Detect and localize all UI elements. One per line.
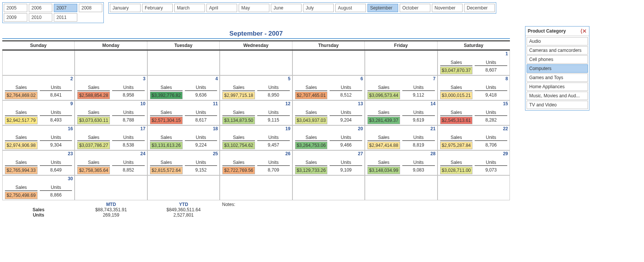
cell-units-label: Units [40,185,72,191]
cell-units-label: Units [185,85,217,91]
cell-sales-value: $3,037,786.27 [77,142,110,149]
day-number: 9 [70,101,73,106]
cell-sales-label: Sales [440,60,473,66]
cell-units-label: Units [40,110,72,116]
month-option-march[interactable]: March [174,4,205,12]
cell-units-label: Units [257,160,290,166]
day-number: 3 [143,76,145,81]
day-number: 8 [505,76,508,81]
ytd-header: YTD [147,202,220,207]
calendar-cell: 16SalesUnits$2,974,906.989,304 [2,125,75,150]
year-option-2009[interactable]: 2009 [4,13,27,22]
cell-units-value: 8,512 [330,92,362,99]
cell-sales-label: Sales [367,110,400,116]
day-number: 30 [68,176,73,181]
cell-units-label: Units [402,160,435,166]
weekday-header: Wednesday [220,41,292,50]
calendar-cell: 23SalesUnits$2,765,994.338,649 [2,150,75,175]
cell-units-value: 8,709 [257,167,290,174]
cell-units-value: 9,073 [475,167,507,174]
cell-units-value: 8,788 [112,117,145,124]
day-number: 17 [140,126,145,131]
cell-sales-value: $3,102,754.62 [222,142,255,149]
cell-units-label: Units [330,160,362,166]
calendar-cell [220,175,292,200]
cell-sales-label: Sales [295,85,328,91]
cell-units-label: Units [112,110,145,116]
calendar-cell: 18SalesUnits$3,131,613.269,224 [147,125,220,150]
cell-sales-value: $2,758,365.64 [77,167,110,174]
category-option[interactable]: Audio [527,37,588,45]
cell-units-value: 9,109 [330,167,362,174]
calendar-cell [2,50,75,75]
cell-units-value: 8,706 [475,142,507,149]
cell-sales-value: $2,588,854.28 [77,92,110,99]
cell-units-label: Units [185,160,217,166]
day-number: 22 [503,126,508,131]
cell-units-value: 9,418 [475,92,507,99]
category-option[interactable]: Cameras and camcorders [527,46,588,55]
year-option-2011[interactable]: 2011 [54,13,77,22]
year-option-2006[interactable]: 2006 [29,4,52,12]
category-option[interactable]: Computers [527,64,588,73]
day-number: 7 [433,76,436,81]
ytd-units: 2,527,801 [147,212,220,218]
cell-units-label: Units [475,160,507,166]
calendar-cell: 12SalesUnits$3,134,873.509,115 [220,100,292,125]
day-number: 12 [285,101,290,106]
category-option[interactable]: Music, Movies and Aud... [527,92,588,100]
category-option[interactable]: Cell phones [527,55,588,64]
calendar-cell [147,175,220,200]
cell-units-label: Units [40,135,72,141]
year-option-2008[interactable]: 2008 [79,4,102,12]
calendar-grid: SundayMondayTuesdayWednesdayThursdayFrid… [2,41,510,200]
calendar-cell: 22SalesUnits$2,975,287.848,706 [438,125,510,150]
cell-sales-value: $3,148,034.99 [367,167,400,174]
day-number: 6 [360,76,363,81]
calendar-cell: 26SalesUnits$2,722,769.568,709 [220,150,292,175]
cell-sales-label: Sales [367,85,400,91]
cell-units-value: 8,607 [475,67,507,74]
day-number: 27 [358,151,363,156]
cell-sales-value: $2,571,304.15 [150,117,183,124]
year-option-2005[interactable]: 2005 [4,4,27,12]
cell-sales-label: Sales [440,85,473,91]
month-option-july[interactable]: July [303,4,334,12]
month-option-february[interactable]: February [142,4,173,12]
cell-units-label: Units [40,85,72,91]
year-option-2007[interactable]: 2007 [54,4,77,12]
weekday-header: Thursday [292,41,365,50]
month-option-october[interactable]: October [400,4,430,12]
category-option[interactable]: Home Appliances [527,83,588,91]
cell-units-value: 9,636 [185,92,217,99]
cell-sales-label: Sales [150,135,183,141]
cell-sales-label: Sales [77,85,110,91]
month-option-september[interactable]: September [367,4,398,12]
cell-sales-label: Sales [440,135,473,141]
cell-sales-label: Sales [440,110,473,116]
year-option-2010[interactable]: 2010 [29,13,52,22]
month-option-may[interactable]: May [239,4,269,12]
month-option-december[interactable]: December [464,4,495,12]
month-option-june[interactable]: June [271,4,302,12]
cell-sales-label: Sales [295,110,328,116]
cell-sales-label: Sales [5,160,38,166]
cell-units-label: Units [475,110,507,116]
month-option-august[interactable]: August [335,4,366,12]
cell-sales-label: Sales [5,135,38,141]
cell-sales-value: $2,942,517.79 [5,117,38,124]
day-number: 13 [358,101,363,106]
calendar-cell: 11SalesUnits$2,571,304.158,617 [147,100,220,125]
month-option-april[interactable]: April [206,4,237,12]
category-option[interactable]: Games and Toys [527,73,588,82]
month-option-november[interactable]: November [432,4,463,12]
clear-filter-icon[interactable]: ⟨✕ [580,28,587,34]
month-option-january[interactable]: January [110,4,141,12]
cell-units-value: 8,841 [40,92,72,99]
category-option[interactable]: TV and Video [527,101,588,109]
day-number: 19 [285,126,290,131]
cell-sales-value: $2,974,906.98 [5,142,38,149]
calendar-cell: 1SalesUnits$3,047,870.378,607 [438,50,510,75]
cell-units-label: Units [112,85,145,91]
cell-sales-value: $3,073,630.11 [77,117,110,124]
